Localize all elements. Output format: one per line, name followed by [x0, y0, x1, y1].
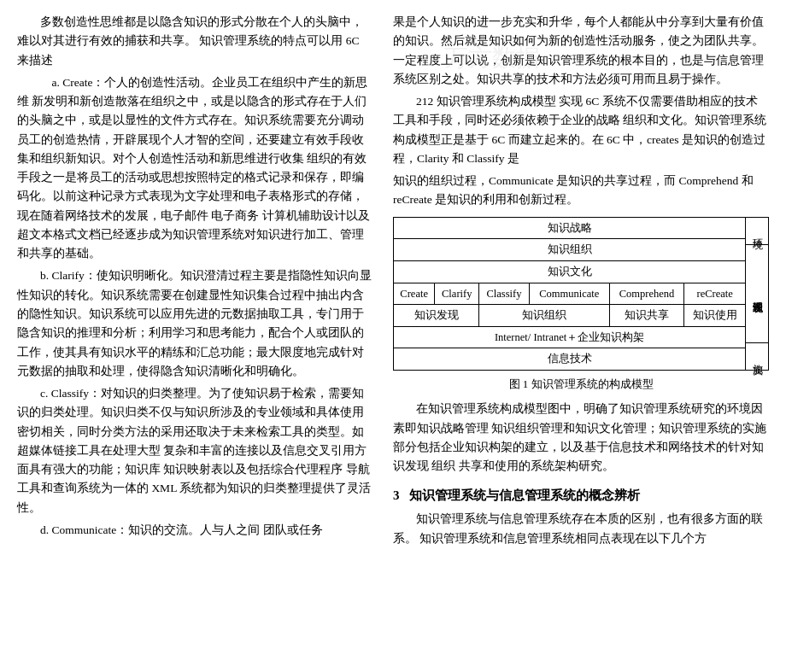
header-clarify: Clarify [435, 283, 479, 305]
table-row-it: 信息技术 [394, 348, 746, 371]
section3-num: 3 [393, 488, 400, 502]
right-para1: 果是个人知识的进一步充实和升华，每个人都能从中分享到大量有价值的知识。然后就是知… [393, 13, 769, 89]
right-para4: 在知识管理系统构成模型图中，明确了知识管理系统研究的环境因素即知识战略管理 知识… [393, 400, 769, 476]
cell-knowledge-org: 知识组织 [479, 305, 610, 327]
right-column: 万方数据 果是个人知识的进一步充实和升华，每个人都能从中分享到大量有价值的知识。… [384, 9, 786, 663]
left-column: 多数创造性思维都是以隐含知识的形式分散在个人的头脑中，难以对其进行有效的捕获和共… [0, 9, 384, 663]
cell-culture: 知识文化 [394, 260, 746, 283]
table-row-internet: Internet/ Intranet＋企业知识构架 [394, 326, 746, 348]
header-create: Create [394, 283, 435, 305]
cell-discovery: 知识发现 [394, 305, 479, 327]
left-item-d: d. Communicate：知识的交流。人与人之间 团队或任务 [17, 521, 372, 540]
right-para3: 知识的组织过程，Communicate 是知识的共享过程，而 Comprehen… [393, 172, 769, 210]
cell-internet: Internet/ Intranet＋企业知识构架 [394, 326, 746, 348]
table-wrapper: 知识战略 知识组织 知识文化 Create Clarify Classify [393, 217, 769, 371]
table-row-headers: Create Clarify Classify Communicate Comp… [394, 283, 746, 305]
cell-use: 知识使用 [684, 305, 746, 327]
knowledge-model-table: 知识战略 知识组织 知识文化 Create Clarify Classify [393, 217, 746, 371]
label-kms: 知识管理系统 [746, 245, 768, 343]
header-communicate: Communicate [529, 283, 609, 305]
section3-heading: 3 知识管理系统与信息管理系统的概念辨析 [393, 485, 769, 506]
left-item-c: c. Classify：对知识的归类整理。为了使知识易于检索，需要知识的归类处理… [17, 384, 372, 517]
table-row-org: 知识组织 [394, 239, 746, 261]
model-table-area: 知识战略 知识组织 知识文化 Create Clarify Classify [393, 217, 769, 394]
right-para2-num: 212 [416, 95, 433, 108]
right-para2-text: 知识管理系统构成模型 实现 6C 系统不仅需要借助相应的技术工具和手段，同时还必… [393, 95, 766, 165]
header-classify: Classify [479, 283, 530, 305]
label-implement: 实施 [746, 343, 768, 370]
section3-title: 知识管理系统与信息管理系统的概念辨析 [409, 488, 640, 502]
table-row-strategy: 知识战略 [394, 217, 746, 239]
cell-it: 信息技术 [394, 348, 746, 371]
cell-org: 知识组织 [394, 239, 746, 261]
cell-strategy: 知识战略 [394, 217, 746, 239]
left-para1: 多数创造性思维都是以隐含知识的形式分散在个人的头脑中，难以对其进行有效的捕获和共… [17, 13, 372, 70]
header-recreate: reCreate [684, 283, 746, 305]
right-para2: 212 知识管理系统构成模型 实现 6C 系统不仅需要借助相应的技术工具和手段，… [393, 92, 769, 168]
left-item-a: a. Create：个人的创造性活动。企业员工在组织中产生的新思维 新发明和新创… [17, 73, 372, 264]
label-environment: 环境 [746, 218, 768, 245]
cell-share: 知识共享 [609, 305, 683, 327]
section3-para: 知识管理系统与信息管理系统存在本质的区别，也有很多方面的联系。 知识管理系统和信… [393, 510, 769, 548]
table-right-labels: 环境 知识管理系统 实施 [746, 217, 769, 371]
table-row-culture: 知识文化 [394, 260, 746, 283]
table-row-functions: 知识发现 知识组织 知识共享 知识使用 [394, 305, 746, 327]
figure-caption: 图 1 知识管理系统的构成模型 [393, 375, 769, 393]
left-item-b: b. Clarify：使知识明晰化。知识澄清过程主要是指隐性知识向显性知识的转化… [17, 266, 372, 381]
header-comprehend: Comprehend [609, 283, 683, 305]
